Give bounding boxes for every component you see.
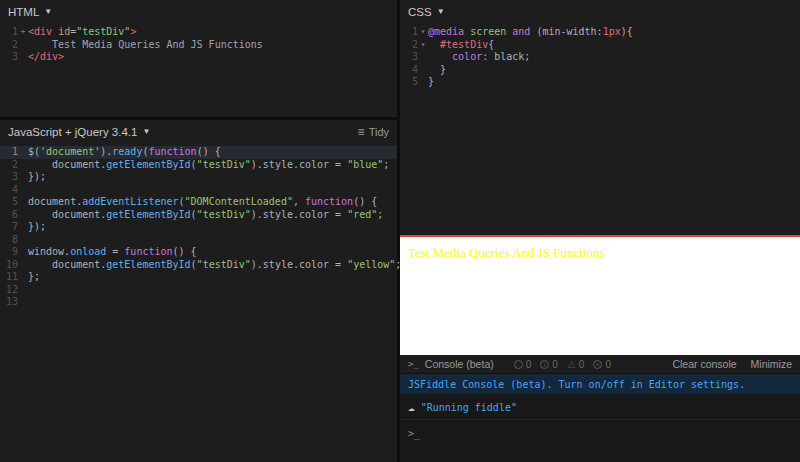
error-count-filter[interactable]: 0 (593, 359, 611, 370)
code-line[interactable]: 13 (0, 296, 397, 309)
code-text: document.getElementById("testDiv").style… (28, 159, 389, 172)
js-editor-panel: JavaScript + jQuery 3.4.1 ▼ ≡ Tidy 1$('d… (0, 120, 397, 462)
minimize-console-button[interactable]: Minimize (751, 358, 792, 370)
line-number: 9 (0, 246, 18, 259)
css-code-editor[interactable]: 1▾@media screen and (min-width:1px){2▾ #… (400, 23, 800, 89)
code-text: </div> (28, 51, 64, 64)
code-line[interactable]: 4 } (400, 64, 800, 77)
code-line[interactable]: 6 document.getElementById("testDiv").sty… (0, 209, 397, 222)
warning-count-icon (567, 360, 576, 369)
console-log-message: "Running fiddle" (421, 402, 517, 413)
code-line[interactable]: 10 document.getElementById("testDiv").st… (0, 259, 397, 272)
line-number: 2 (0, 39, 18, 52)
code-line[interactable]: 7}); (0, 221, 397, 234)
html-panel-header[interactable]: HTML ▼ (0, 0, 397, 23)
line-number: 5 (400, 76, 418, 89)
fold-marker-icon (418, 76, 428, 89)
line-number: 1 (0, 146, 18, 159)
fold-marker-icon (18, 209, 28, 222)
code-line[interactable]: 2 document.getElementById("testDiv").sty… (0, 159, 397, 172)
code-text: color: black; (428, 51, 530, 64)
code-line[interactable]: 4 (0, 184, 397, 197)
fold-marker-icon (18, 296, 28, 309)
js-code-editor[interactable]: 1$('document').ready(function() {2 docum… (0, 143, 397, 309)
code-text: }); (28, 171, 46, 184)
info-count-icon (540, 360, 549, 369)
code-line[interactable]: 9window.onload = function() { (0, 246, 397, 259)
line-number: 10 (0, 259, 18, 272)
line-number: 2 (0, 159, 18, 172)
js-panel-title: JavaScript + jQuery 3.4.1 (8, 126, 137, 138)
log-count-filter[interactable]: 0 (514, 359, 532, 370)
chevron-down-icon[interactable]: ▼ (44, 7, 52, 16)
code-text: <div id="testDiv"> (28, 26, 136, 39)
code-line[interactable]: 11}; (0, 271, 397, 284)
code-line[interactable]: 5document.addEventListener("DOMContentLo… (0, 196, 397, 209)
code-line[interactable]: 1▾@media screen and (min-width:1px){ (400, 26, 800, 39)
tidy-button[interactable]: ≡ Tidy (358, 125, 389, 139)
line-number: 1 (400, 26, 418, 39)
line-number: 4 (0, 184, 18, 197)
html-editor-panel: HTML ▼ 1+<div id="testDiv">2 Test Media … (0, 0, 397, 117)
tidy-button-label: Tidy (369, 126, 389, 138)
html-code-editor[interactable]: 1+<div id="testDiv">2 Test Media Queries… (0, 23, 397, 64)
code-text: }); (28, 221, 46, 234)
chevron-down-icon[interactable]: ▼ (142, 127, 150, 136)
result-panel: Test Media Queries And JS Functions (400, 235, 800, 355)
line-number: 12 (0, 284, 18, 297)
code-text: Test Media Queries And JS Functions (28, 39, 263, 52)
line-number: 13 (0, 296, 18, 309)
code-line[interactable]: 1$('document').ready(function() { (0, 146, 397, 159)
info-count-filter[interactable]: 0 (540, 359, 558, 370)
js-panel-header[interactable]: JavaScript + jQuery 3.4.1 ▼ ≡ Tidy (0, 120, 397, 143)
console-title: Console (beta) (425, 358, 494, 370)
line-number: 7 (0, 221, 18, 234)
css-editor-panel: CSS ▼ 1▾@media screen and (min-width:1px… (400, 0, 800, 235)
fold-marker-icon[interactable]: + (18, 26, 28, 39)
cloud-icon: ☁ (408, 401, 415, 414)
line-number: 3 (400, 51, 418, 64)
fold-marker-icon[interactable]: ▾ (418, 39, 428, 52)
code-line[interactable]: 5} (400, 76, 800, 89)
console-prompt-icon: >_ (408, 359, 419, 369)
code-line[interactable]: 2 Test Media Queries And JS Functions (0, 39, 397, 52)
fold-marker-icon (18, 259, 28, 272)
console-log-row: ☁ "Running fiddle" (400, 395, 800, 420)
line-number: 5 (0, 196, 18, 209)
hamburger-icon: ≡ (358, 125, 365, 139)
code-line[interactable]: 3</div> (0, 51, 397, 64)
warning-count-filter[interactable]: 0 (567, 359, 585, 370)
code-line[interactable]: 8 (0, 234, 397, 247)
fold-marker-icon (18, 271, 28, 284)
html-panel-title: HTML (8, 6, 39, 18)
fold-marker-icon (18, 184, 28, 197)
css-panel-header[interactable]: CSS ▼ (400, 0, 800, 23)
clear-console-button[interactable]: Clear console (672, 358, 736, 370)
error-count: 0 (605, 359, 611, 370)
code-line[interactable]: 3}); (0, 171, 397, 184)
css-panel-title: CSS (408, 6, 432, 18)
fold-marker-icon[interactable]: ▾ (418, 26, 428, 39)
result-output-text: Test Media Queries And JS Functions (408, 245, 792, 261)
fold-marker-icon (18, 246, 28, 259)
code-text: $('document').ready(function() { (28, 146, 221, 159)
log-count: 0 (526, 359, 532, 370)
code-line[interactable]: 2▾ #testDiv{ (400, 39, 800, 52)
code-line[interactable]: 12 (0, 284, 397, 297)
fold-marker-icon (18, 284, 28, 297)
console-filter-counts: 0 0 0 0 (514, 359, 611, 370)
console-info-message: JSFiddle Console (beta). Turn on/off in … (400, 374, 800, 395)
line-number: 8 (0, 234, 18, 247)
console-input[interactable]: >_ (400, 420, 800, 439)
fold-marker-icon (418, 64, 428, 77)
line-number: 4 (400, 64, 418, 77)
code-line[interactable]: 3 color: black; (400, 51, 800, 64)
code-text: #testDiv{ (428, 39, 494, 52)
fold-marker-icon (18, 221, 28, 234)
code-line[interactable]: 1+<div id="testDiv"> (0, 26, 397, 39)
chevron-down-icon[interactable]: ▼ (437, 7, 445, 16)
fold-marker-icon (18, 51, 28, 64)
fold-marker-icon (18, 234, 28, 247)
line-number: 3 (0, 51, 18, 64)
code-text: window.onload = function() { (28, 246, 197, 259)
